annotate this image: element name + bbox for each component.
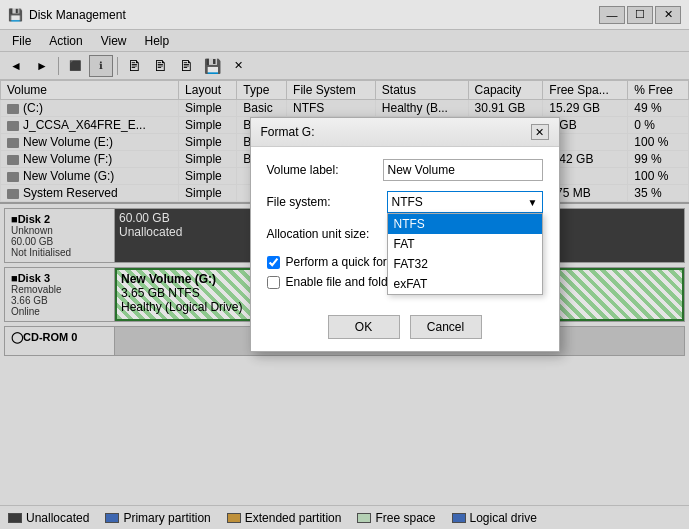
- col-capacity[interactable]: Capacity: [468, 81, 543, 100]
- dropdown-item-exfat[interactable]: exFAT: [388, 274, 542, 294]
- legend-box-primary: [105, 513, 119, 523]
- app-icon: 💾: [8, 8, 23, 22]
- table-cell-5-0: System Reserved: [1, 185, 179, 202]
- volume-label-label: Volume label:: [267, 163, 383, 177]
- app-title: Disk Management: [29, 8, 599, 22]
- legend-freespace: Free space: [357, 511, 435, 525]
- table-cell-1-1: Simple: [179, 117, 237, 134]
- menu-help[interactable]: Help: [137, 32, 178, 50]
- toolbar-btn-3[interactable]: 🖹: [122, 55, 146, 77]
- title-bar: 💾 Disk Management — ☐ ✕: [0, 0, 689, 30]
- toolbar-btn-7[interactable]: ✕: [226, 55, 250, 77]
- disk-icon: [7, 155, 19, 165]
- volume-label-input[interactable]: [383, 159, 543, 181]
- dropdown-arrow-icon: ▼: [528, 197, 538, 208]
- table-cell-0-0: (C:): [1, 100, 179, 117]
- table-cell-4-7: 100 %: [628, 168, 689, 185]
- legend-label-unallocated: Unallocated: [26, 511, 89, 525]
- table-row[interactable]: (C:)SimpleBasicNTFSHealthy (B...30.91 GB…: [1, 100, 689, 117]
- minimize-button[interactable]: —: [599, 6, 625, 24]
- menu-view[interactable]: View: [93, 32, 135, 50]
- table-cell-2-7: 100 %: [628, 134, 689, 151]
- table-cell-3-0: New Volume (F:): [1, 151, 179, 168]
- forward-button[interactable]: ►: [30, 55, 54, 77]
- maximize-button[interactable]: ☐: [627, 6, 653, 24]
- col-type[interactable]: Type: [237, 81, 287, 100]
- back-button[interactable]: ◄: [4, 55, 28, 77]
- disk-2-label: ■Disk 2 Unknown 60.00 GB Not Initialised: [5, 209, 115, 262]
- toolbar-btn-4[interactable]: 🖹: [148, 55, 172, 77]
- dialog-title-text: Format G:: [261, 125, 315, 139]
- toolbar-separator-2: [117, 57, 118, 75]
- allocation-label: Allocation unit size:: [267, 227, 387, 241]
- toolbar-btn-6[interactable]: 💾: [200, 55, 224, 77]
- table-cell-5-1: Simple: [179, 185, 237, 202]
- toolbar-btn-1[interactable]: ⬛: [63, 55, 87, 77]
- table-cell-0-5: 30.91 GB: [468, 100, 543, 117]
- legend-label-logical: Logical drive: [470, 511, 537, 525]
- dialog-title-bar: Format G: ✕: [251, 118, 559, 147]
- dropdown-item-ntfs[interactable]: NTFS: [388, 214, 542, 234]
- disk-icon: [7, 172, 19, 182]
- volume-label-row: Volume label:: [267, 159, 543, 181]
- cancel-button[interactable]: Cancel: [410, 315, 482, 339]
- table-cell-4-1: Simple: [179, 168, 237, 185]
- disk-2-size: 60.00 GB: [11, 236, 108, 247]
- menu-action[interactable]: Action: [41, 32, 90, 50]
- dropdown-item-fat32[interactable]: FAT32: [388, 254, 542, 274]
- disk-cdrom-name: ◯CD-ROM 0: [11, 331, 108, 344]
- file-system-row: File system: NTFS ▼ NTFS FAT FAT32 exFAT: [267, 191, 543, 213]
- toolbar-separator-1: [58, 57, 59, 75]
- file-system-dropdown: NTFS FAT FAT32 exFAT: [387, 213, 543, 295]
- table-cell-0-3: NTFS: [287, 100, 376, 117]
- legend-label-freespace: Free space: [375, 511, 435, 525]
- disk-3-label: ■Disk 3 Removable 3.66 GB Online: [5, 268, 115, 321]
- file-system-select[interactable]: NTFS ▼: [387, 191, 543, 213]
- disk-3-status: Online: [11, 306, 108, 317]
- table-cell-2-0: New Volume (E:): [1, 134, 179, 151]
- disk-3-type: Removable: [11, 284, 108, 295]
- col-layout[interactable]: Layout: [179, 81, 237, 100]
- dropdown-item-fat[interactable]: FAT: [388, 234, 542, 254]
- disk-icon: [7, 104, 19, 114]
- table-cell-1-7: 0 %: [628, 117, 689, 134]
- table-cell-1-0: J_CCSA_X64FRE_E...: [1, 117, 179, 134]
- table-cell-0-1: Simple: [179, 100, 237, 117]
- table-cell-4-0: New Volume (G:): [1, 168, 179, 185]
- legend-box-freespace: [357, 513, 371, 523]
- file-system-select-wrapper: NTFS ▼ NTFS FAT FAT32 exFAT: [387, 191, 543, 213]
- col-volume[interactable]: Volume: [1, 81, 179, 100]
- legend-extended: Extended partition: [227, 511, 342, 525]
- col-filesystem[interactable]: File System: [287, 81, 376, 100]
- toolbar-btn-5[interactable]: 🖹: [174, 55, 198, 77]
- table-cell-2-1: Simple: [179, 134, 237, 151]
- compression-checkbox[interactable]: [267, 276, 280, 289]
- table-cell-3-7: 99 %: [628, 151, 689, 168]
- disk-2-name: ■Disk 2: [11, 213, 108, 225]
- legend-logical: Logical drive: [452, 511, 537, 525]
- file-system-value: NTFS: [392, 195, 423, 209]
- col-freespace[interactable]: Free Spa...: [543, 81, 628, 100]
- format-dialog: Format G: ✕ Volume label: File system: N…: [250, 117, 560, 352]
- ok-button[interactable]: OK: [328, 315, 400, 339]
- toolbar-btn-2[interactable]: ℹ: [89, 55, 113, 77]
- window-controls: — ☐ ✕: [599, 6, 681, 24]
- legend-label-extended: Extended partition: [245, 511, 342, 525]
- table-cell-0-7: 49 %: [628, 100, 689, 117]
- col-freepct[interactable]: % Free: [628, 81, 689, 100]
- col-status[interactable]: Status: [375, 81, 468, 100]
- legend-primary: Primary partition: [105, 511, 210, 525]
- quick-format-checkbox[interactable]: [267, 256, 280, 269]
- disk-icon: [7, 189, 19, 199]
- menu-bar: File Action View Help: [0, 30, 689, 52]
- close-button[interactable]: ✕: [655, 6, 681, 24]
- table-cell-0-2: Basic: [237, 100, 287, 117]
- disk-cdrom-label: ◯CD-ROM 0: [5, 327, 115, 355]
- table-cell-3-1: Simple: [179, 151, 237, 168]
- disk-icon: [7, 138, 19, 148]
- dialog-close-button[interactable]: ✕: [531, 124, 549, 140]
- table-cell-0-6: 15.29 GB: [543, 100, 628, 117]
- disk-icon: [7, 121, 19, 131]
- menu-file[interactable]: File: [4, 32, 39, 50]
- disk-3-name: ■Disk 3: [11, 272, 108, 284]
